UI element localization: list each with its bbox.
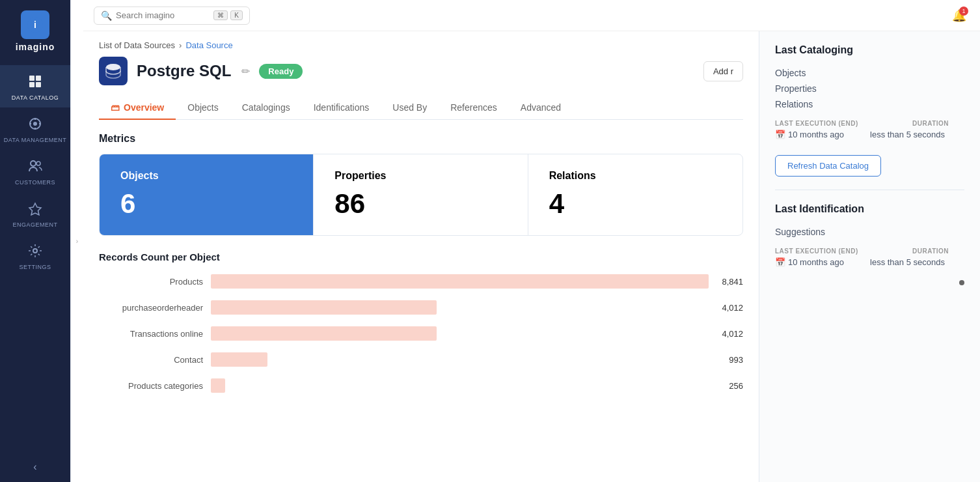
cursor-indicator [959,280,964,285]
identification-execution-label: LAST EXECUTION (END) DURATION [775,248,964,255]
references-tab-label: References [450,102,497,113]
sidebar-item-engagement[interactable]: ENGAGEMENT [0,192,70,234]
shortcut-k: K [230,10,243,20]
right-panel: Last Cataloging Objects Properties Relat… [759,31,980,482]
tab-objects[interactable]: Objects [176,96,230,119]
topbar-right: 🔔 1 [949,5,970,26]
execution-value: 📅 10 months ago [775,130,844,139]
cursor-area [775,280,964,285]
search-box[interactable]: 🔍 ⌘ K [94,7,250,25]
tab-catalogings[interactable]: Catalogings [230,96,302,119]
svg-rect-5 [36,82,41,87]
tab-overview[interactable]: 🗃 Overview [99,96,176,119]
advanced-tab-label: Advanced [521,102,561,113]
main-area: 🔍 ⌘ K 🔔 1 List of Data Sources › Data So… [83,0,980,482]
sidebar-label-data-management: DATA MANAGEMENT [4,137,67,143]
records-title: Records Count per Object [99,251,743,262]
svg-rect-4 [29,82,34,87]
bar-track [211,352,716,367]
metric-relations[interactable]: Relations 4 [528,154,742,235]
catalog-link-properties[interactable]: Properties [775,81,964,96]
refresh-catalog-button[interactable]: Refresh Data Catalog [775,155,881,177]
svg-point-13 [36,162,40,165]
bar-value: 256 [729,381,743,391]
bar-value: 4,012 [722,303,743,313]
tab-used-by[interactable]: Used By [381,96,439,119]
metric-objects-value: 6 [120,188,292,220]
bar-fill [211,378,225,393]
metric-relations-value: 4 [549,188,722,220]
status-badge: Ready [259,64,303,79]
last-identification-title: Last Identification [775,203,964,215]
sidebar-item-settings[interactable]: SETTINGS [0,234,70,277]
overview-tab-icon: 🗃 [111,102,120,113]
objects-tab-label: Objects [187,102,218,113]
metric-properties-value: 86 [334,188,506,220]
identifications-tab-label: Identifications [314,102,370,113]
bar-row: Transactions online 4,012 [99,326,743,341]
bar-label: Contact [99,355,203,365]
bar-value: 993 [729,355,743,365]
catalog-link-relations[interactable]: Relations [775,96,964,112]
id-duration-value: less than 5 seconds [870,257,945,267]
search-input[interactable] [116,10,210,20]
sidebar-edge-toggle[interactable]: › [70,0,83,482]
svg-point-7 [33,122,37,126]
tab-identifications[interactable]: Identifications [302,96,381,119]
metrics-section: Metrics Objects 6 Properties 86 Relation… [99,133,743,236]
svg-point-15 [106,64,120,70]
tabs: 🗃 Overview Objects Catalogings Identific… [99,96,743,120]
notification-button[interactable]: 🔔 1 [949,5,970,26]
collapse-icon: ‹ [33,461,36,473]
bar-row: purchaseorderheader 4,012 [99,300,743,315]
meta-row-cataloging: 📅 10 months ago less than 5 seconds [775,130,964,139]
sidebar-item-customers[interactable]: CUSTOMERS [0,150,70,192]
search-icon: 🔍 [101,10,112,21]
metric-properties[interactable]: Properties 86 [314,154,528,235]
tab-references[interactable]: References [439,96,509,119]
svg-rect-3 [36,76,41,81]
sidebar-item-data-catalog[interactable]: DATA CATALOG [0,65,70,107]
panel-divider [775,190,964,190]
breadcrumb-parent[interactable]: List of Data Sources [99,40,175,50]
bar-row: Products 8,841 [99,274,743,289]
customers-icon [28,159,42,177]
sidebar-label-settings: SETTINGS [19,264,51,270]
calendar-icon-2: 📅 [775,257,785,267]
overview-tab-label: Overview [124,102,164,113]
id-execution-value: 📅 10 months ago [775,257,844,267]
bar-label: Products categories [99,381,203,391]
sidebar-label-data-catalog: DATA CATALOG [12,94,59,101]
bar-value: 4,012 [722,329,743,339]
page-header: Postgre SQL ✏ Ready Add r [99,57,743,96]
sidebar-collapse-button[interactable]: ‹ [0,452,70,482]
metric-objects-label: Objects [120,170,292,182]
tab-advanced[interactable]: Advanced [509,96,573,119]
bar-track [211,274,709,289]
edge-arrow-icon: › [76,238,78,245]
execution-meta: 📅 10 months ago [775,130,844,139]
sidebar-item-data-management[interactable]: DATA MANAGEMENT [0,107,70,150]
catalogings-tab-label: Catalogings [242,102,290,113]
settings-icon [28,244,42,261]
metrics-grid: Objects 6 Properties 86 Relations 4 [99,154,743,236]
edit-title-icon[interactable]: ✏ [241,65,250,78]
main-panel: List of Data Sources › Data Source Postg… [83,31,759,482]
bar-label: purchaseorderheader [99,303,203,313]
search-shortcuts: ⌘ K [213,10,243,20]
id-execution-meta: 📅 10 months ago [775,257,844,267]
db-icon [99,57,128,85]
bar-value: 8,841 [722,277,743,287]
add-button[interactable]: Add r [703,61,743,81]
catalog-link-objects[interactable]: Objects [775,65,964,81]
shortcut-cmd: ⌘ [213,10,228,20]
page-title: Postgre SQL [137,62,231,80]
records-section: Records Count per Object Products 8,841 … [99,251,743,393]
id-duration-meta: less than 5 seconds [870,257,945,267]
identification-link-suggestions[interactable]: Suggestions [775,224,964,240]
last-cataloging-title: Last Cataloging [775,44,964,56]
bar-fill [211,326,437,341]
bar-track [211,378,716,393]
calendar-icon: 📅 [775,130,785,139]
metric-objects[interactable]: Objects 6 [100,154,314,235]
